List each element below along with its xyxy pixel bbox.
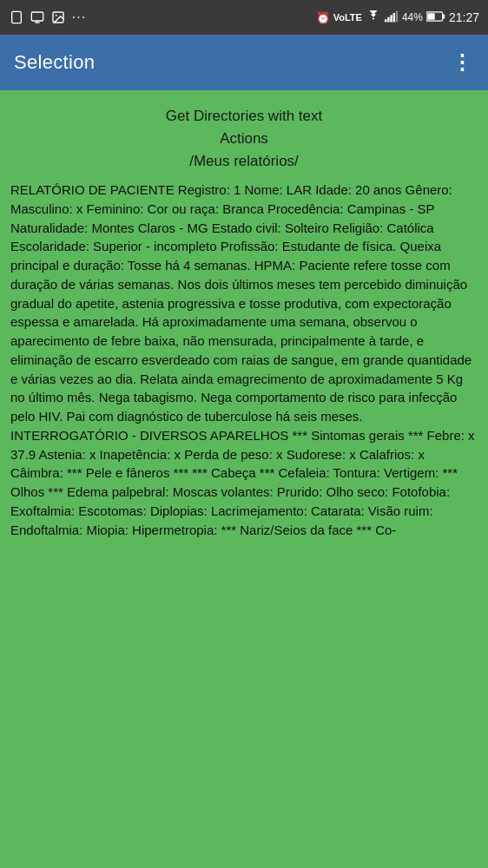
svg-point-5: [56, 15, 57, 16]
status-bar-right: ⏰ VoLTE 44%: [316, 10, 479, 25]
svg-rect-10: [396, 10, 398, 22]
svg-rect-12: [443, 14, 445, 18]
svg-rect-7: [387, 16, 389, 22]
more-menu-button[interactable]: ⋮: [452, 50, 474, 75]
svg-rect-8: [390, 15, 392, 22]
status-bar: ··· ⏰ VoLTE 44%: [0, 0, 488, 35]
alarm-icon: ⏰: [316, 11, 330, 24]
battery-percentage: 44%: [402, 11, 423, 23]
path-label[interactable]: /Meus relatórios/: [10, 153, 478, 170]
svg-rect-13: [427, 13, 434, 20]
report-text: RELATÓRIO DE PACIENTE Registro: 1 Nome: …: [10, 181, 478, 539]
wifi-icon: [366, 10, 381, 25]
signal-icon: [385, 10, 399, 25]
app-bar: Selection ⋮: [0, 35, 488, 90]
time-display: 21:27: [449, 10, 479, 24]
lte-indicator: VoLTE: [333, 12, 362, 23]
svg-rect-9: [393, 13, 395, 22]
screen-icon: [30, 10, 45, 25]
main-content: Get Directories with text Actions /Meus …: [0, 90, 488, 556]
status-bar-left: ···: [9, 10, 87, 25]
image-icon: [50, 10, 66, 25]
actions-label[interactable]: Actions: [10, 130, 478, 148]
svg-rect-6: [385, 19, 386, 22]
phone-icon: [9, 10, 24, 25]
battery-icon: [426, 11, 445, 24]
get-directories-label[interactable]: Get Directories with text: [10, 108, 478, 125]
app-bar-title: Selection: [14, 51, 95, 74]
svg-rect-0: [12, 11, 22, 23]
svg-rect-1: [31, 12, 43, 21]
more-dots-icon: ···: [71, 10, 87, 25]
